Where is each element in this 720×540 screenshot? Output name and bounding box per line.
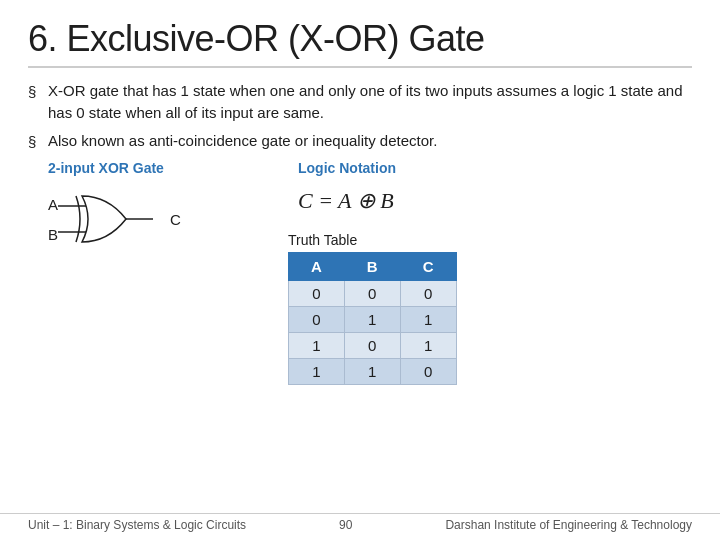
truth-table: A B C 000011101110 — [288, 252, 457, 385]
cell-r2-c1: 0 — [344, 333, 400, 359]
col-header-c: C — [400, 253, 456, 281]
bullet-text-1: X-OR gate that has 1 state when one and … — [48, 80, 692, 124]
xor-gate-svg — [58, 184, 168, 254]
col-header-b: B — [344, 253, 400, 281]
bullet-symbol-1: § — [28, 81, 48, 103]
bullet-item-2: § Also known as anti-coincidence gate or… — [28, 130, 692, 153]
page: 6. Exclusive-OR (X-OR) Gate § X-OR gate … — [0, 0, 720, 540]
left-diagram: 2-input XOR Gate A B — [48, 160, 268, 254]
footer: Unit – 1: Binary Systems & Logic Circuit… — [0, 513, 720, 532]
footer-center: 90 — [339, 518, 352, 532]
formula-svg: C = A ⊕ B — [298, 182, 458, 218]
footer-right: Darshan Institute of Engineering & Techn… — [445, 518, 692, 532]
table-row: 000 — [289, 281, 457, 307]
table-row: 101 — [289, 333, 457, 359]
cell-r0-c0: 0 — [289, 281, 345, 307]
bullet-section: § X-OR gate that has 1 state when one an… — [28, 80, 692, 152]
bullet-text-2: Also known as anti-coincidence gate or i… — [48, 130, 692, 152]
cell-r2-c0: 1 — [289, 333, 345, 359]
truth-table-label: Truth Table — [288, 232, 457, 248]
formula-area: C = A ⊕ B — [298, 182, 458, 222]
page-title: 6. Exclusive-OR (X-OR) Gate — [28, 18, 692, 60]
cell-r3-c2: 0 — [400, 359, 456, 385]
bullet-item-1: § X-OR gate that has 1 state when one an… — [28, 80, 692, 124]
cell-r3-c1: 1 — [344, 359, 400, 385]
input-a-label: A — [48, 196, 58, 213]
footer-left: Unit – 1: Binary Systems & Logic Circuit… — [28, 518, 246, 532]
cell-r1-c2: 1 — [400, 307, 456, 333]
title-divider — [28, 66, 692, 68]
cell-r3-c0: 1 — [289, 359, 345, 385]
table-row: 011 — [289, 307, 457, 333]
truth-table-section: Truth Table A B C 000011101110 — [288, 232, 457, 385]
cell-r0-c1: 0 — [344, 281, 400, 307]
right-section: Logic Notation C = A ⊕ B Truth Table A B… — [288, 160, 458, 385]
inputs-labels: A B — [48, 189, 58, 249]
logic-notation-label: Logic Notation — [298, 160, 396, 176]
table-header-row: A B C — [289, 253, 457, 281]
cell-r1-c0: 0 — [289, 307, 345, 333]
cell-r1-c1: 1 — [344, 307, 400, 333]
truth-table-body: 000011101110 — [289, 281, 457, 385]
xor-gate-container: A B C — [48, 184, 181, 254]
cell-r0-c2: 0 — [400, 281, 456, 307]
bullet-symbol-2: § — [28, 131, 48, 153]
diagram-label: 2-input XOR Gate — [48, 160, 164, 176]
output-label: C — [170, 211, 181, 228]
cell-r2-c2: 1 — [400, 333, 456, 359]
diagram-area: 2-input XOR Gate A B — [48, 160, 692, 385]
table-row: 110 — [289, 359, 457, 385]
input-b-label: B — [48, 226, 58, 243]
col-header-a: A — [289, 253, 345, 281]
svg-text:C = A ⊕ B: C = A ⊕ B — [298, 188, 394, 213]
